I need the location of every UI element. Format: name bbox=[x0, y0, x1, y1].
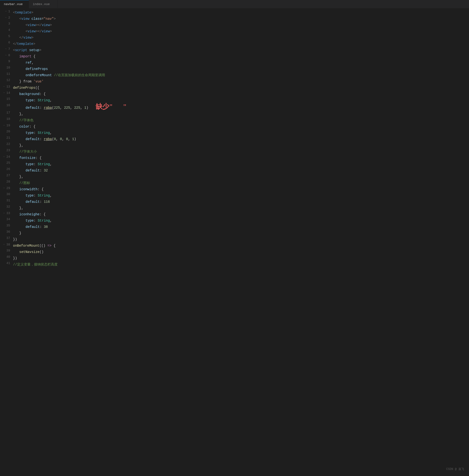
token-punct: : { bbox=[40, 212, 46, 216]
line-number: 5 bbox=[0, 34, 12, 38]
line-number: 15 bbox=[0, 97, 12, 101]
fold-icon[interactable]: − bbox=[2, 186, 6, 190]
token-tag-name: view bbox=[28, 29, 36, 33]
line-content: fontsize: { bbox=[12, 155, 469, 161]
token-tag-name: template bbox=[17, 42, 33, 46]
token-punct: = bbox=[41, 17, 43, 21]
line-content: default: rgba(0, 0, 0, 1) bbox=[12, 136, 469, 142]
editor-line: −1<template> bbox=[0, 9, 469, 16]
tab-index-vue[interactable]: index.vue bbox=[29, 0, 58, 8]
token-comment: //定义变量，接纳状态栏高度 bbox=[13, 263, 58, 266]
token-number: 116 bbox=[44, 200, 50, 204]
fold-icon[interactable]: − bbox=[2, 155, 6, 159]
editor: −1<template>−2<view class="nav">3<view><… bbox=[0, 8, 469, 268]
line-content: iconheighe: { bbox=[12, 211, 469, 218]
editor-line: 27}, bbox=[0, 174, 469, 180]
line-content: </template> bbox=[12, 41, 469, 47]
token-attr-val: "nav" bbox=[44, 17, 54, 21]
token-plain bbox=[31, 80, 33, 84]
line-number: −7 bbox=[0, 47, 12, 51]
line-content: }, bbox=[12, 174, 469, 180]
line-content: setNavsize() bbox=[12, 249, 469, 255]
fold-icon[interactable]: − bbox=[2, 211, 6, 215]
token-punct: : bbox=[40, 137, 44, 141]
token-punct: , bbox=[60, 106, 64, 110]
fold-icon[interactable]: − bbox=[4, 9, 8, 13]
token-tag: > bbox=[39, 48, 41, 52]
token-tag: > bbox=[50, 29, 52, 33]
token-punct: }) bbox=[13, 238, 17, 241]
annotation-text: 缺少" " bbox=[96, 103, 127, 110]
token-punct: { bbox=[33, 54, 35, 58]
line-content: default: 38 bbox=[12, 224, 469, 230]
fold-icon[interactable]: − bbox=[4, 16, 8, 19]
token-punct: }) bbox=[13, 256, 17, 260]
line-number: 10 bbox=[0, 66, 12, 69]
editor-line: 31default: 116 bbox=[0, 199, 469, 205]
token-punct: }, bbox=[19, 112, 23, 116]
editor-line: 23//字体大小 bbox=[0, 149, 469, 155]
token-string: 'vue' bbox=[33, 80, 44, 84]
line-number: 12 bbox=[0, 78, 12, 82]
editor-line: −24fontsize: { bbox=[0, 155, 469, 161]
token-comment: //字体大小 bbox=[19, 150, 37, 153]
token-prop: type bbox=[26, 162, 34, 166]
token-prop: type bbox=[26, 98, 34, 102]
token-punct: } bbox=[19, 80, 23, 84]
token-identifier: onBeforeMount bbox=[26, 73, 52, 77]
line-content: //字体大小 bbox=[12, 149, 469, 155]
fold-icon[interactable]: − bbox=[2, 85, 6, 88]
token-plain bbox=[31, 54, 33, 58]
token-prop: type bbox=[26, 219, 34, 222]
line-number: 23 bbox=[0, 149, 12, 152]
fold-icon[interactable]: − bbox=[2, 91, 6, 95]
token-tag: > bbox=[31, 36, 33, 40]
editor-line: 39setNavsize() bbox=[0, 249, 469, 255]
editor-line: 6</template> bbox=[0, 41, 469, 47]
token-func: setNavsize bbox=[19, 250, 40, 254]
fold-icon[interactable]: − bbox=[4, 53, 8, 57]
token-punct: { bbox=[53, 244, 55, 248]
editor-line: 20type: String, bbox=[0, 130, 469, 136]
editor-line: 34type: String, bbox=[0, 218, 469, 224]
line-content: color: { bbox=[12, 123, 469, 130]
line-number: 11 bbox=[0, 72, 12, 76]
token-prop: type bbox=[26, 194, 34, 198]
token-plain bbox=[27, 48, 29, 52]
token-tag: </ bbox=[19, 36, 23, 40]
token-punct: , bbox=[50, 162, 52, 166]
token-keyword: => bbox=[48, 244, 51, 248]
token-plain bbox=[45, 244, 47, 248]
line-number: −29 bbox=[0, 186, 12, 190]
fold-icon[interactable]: − bbox=[4, 47, 8, 51]
fold-icon[interactable]: − bbox=[2, 243, 6, 246]
token-punct: : bbox=[40, 200, 44, 204]
line-content: type: String, bbox=[12, 192, 469, 199]
editor-line: 22}, bbox=[0, 142, 469, 149]
token-punct: : bbox=[34, 194, 38, 198]
watermark: CSDN @ 嘉飞 bbox=[446, 467, 464, 471]
token-number: 38 bbox=[44, 225, 48, 229]
token-tag: > bbox=[31, 11, 33, 15]
token-tag: > bbox=[33, 42, 35, 46]
line-number: −33 bbox=[0, 211, 12, 215]
line-number: −38 bbox=[0, 243, 12, 246]
token-number: 1 bbox=[72, 137, 74, 141]
line-content: }, bbox=[12, 205, 469, 211]
line-number: 34 bbox=[0, 218, 12, 221]
token-prop: iconheighe bbox=[19, 212, 40, 216]
fold-icon[interactable]: − bbox=[2, 123, 6, 127]
token-punct: , bbox=[50, 98, 52, 102]
token-func: rgba bbox=[44, 137, 52, 141]
line-content: type: String, bbox=[12, 130, 469, 136]
editor-line: 17}, bbox=[0, 111, 469, 117]
token-tag-name: view bbox=[42, 29, 50, 33]
token-punct: : bbox=[34, 131, 38, 135]
editor-line: −19color: { bbox=[0, 123, 469, 130]
token-tag: ></ bbox=[36, 29, 42, 33]
editor-line: 30type: String, bbox=[0, 192, 469, 199]
line-content: background: { bbox=[12, 91, 469, 97]
token-number: 225 bbox=[64, 106, 70, 110]
tab-navbar-vue[interactable]: navbar.vue bbox=[0, 0, 29, 8]
token-prop: color bbox=[19, 125, 29, 129]
